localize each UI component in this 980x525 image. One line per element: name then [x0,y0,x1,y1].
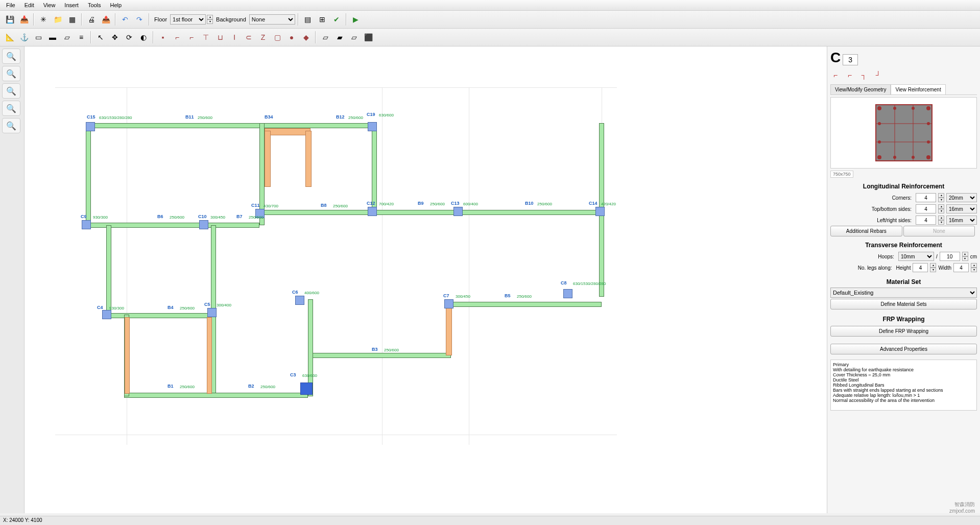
section-rect[interactable]: ▪ [156,31,170,44]
section-u[interactable]: ⊔ [213,31,227,44]
column-c13[interactable] [453,207,463,216]
column-c10[interactable] [199,220,208,229]
import-button[interactable]: 📥 [17,13,31,26]
export-button[interactable]: 📤 [99,13,112,26]
grid-button[interactable]: ▦ [65,13,79,26]
column-c12[interactable] [368,207,377,216]
mirror-button[interactable]: ◐ [137,31,150,44]
hoops-dia-select[interactable]: 10mm [898,252,934,261]
undo-button[interactable]: ↶ [118,13,132,26]
hoops-spacing-input[interactable] [940,252,960,261]
section-shape-2-icon[interactable]: ⌐ [845,70,855,80]
zoom-in-button[interactable]: 🔍 [2,49,20,64]
floor-select[interactable]: 1st floor [170,14,206,25]
topbot-spinner[interactable]: ▴▾ [938,204,944,213]
beam[interactable] [308,299,313,396]
foundation-button[interactable]: ⬛ [362,31,375,44]
column-c14[interactable] [595,207,605,216]
slab1-button[interactable]: ▱ [319,31,332,44]
column-c9[interactable] [82,220,91,229]
corners-spinner[interactable]: ▴▾ [938,193,944,202]
redo-button[interactable]: ↷ [133,13,146,26]
floor-spinner[interactable]: ▴▾ [207,15,213,24]
infill[interactable] [207,317,212,394]
infill[interactable] [265,128,310,135]
column-c6[interactable] [295,296,304,305]
define-material-button[interactable]: Define Material Sets [830,299,977,309]
zoom-window-button[interactable]: 🔍 [2,83,20,99]
drawing-canvas[interactable]: C15630/1530/280/280B11250/600B34B12250/6… [25,46,827,513]
infill[interactable] [305,131,312,187]
material-select[interactable]: Default_Existing [830,288,977,298]
beam[interactable] [448,302,602,307]
section-i[interactable]: Ⅰ [228,31,241,44]
beam[interactable] [86,223,259,228]
topbot-input[interactable] [916,204,936,213]
snap-button[interactable]: ⊞ [316,13,329,26]
topbot-dia-select[interactable]: 16mm [946,204,977,213]
define-frp-button[interactable]: Define FRP Wrapping [830,326,977,337]
slab3-button[interactable]: ▱ [347,31,361,44]
dwg-button[interactable]: 📐 [3,31,16,44]
beam[interactable] [259,210,602,215]
infill[interactable] [446,304,452,355]
slab2-button[interactable]: ▰ [333,31,346,44]
section-shape-1-icon[interactable]: ⌐ [830,70,841,80]
section-shape-3-icon[interactable]: ┐ [859,70,869,80]
column-number-input[interactable] [843,54,858,65]
leftright-input[interactable] [916,216,936,225]
section-round[interactable]: ● [285,31,298,44]
new-button[interactable]: ✳ [37,13,50,26]
corners-dia-select[interactable]: 20mm [946,193,977,202]
beam[interactable] [106,313,213,318]
advanced-properties-button[interactable]: Advanced Properties [830,344,977,354]
leftright-spinner[interactable]: ▴▾ [938,216,944,225]
infill[interactable] [265,131,271,187]
beam[interactable] [106,225,111,317]
infill[interactable] [125,317,130,394]
select-button[interactable]: ↖ [94,31,107,44]
corners-input[interactable] [916,193,936,202]
check-button[interactable]: ✔ [330,13,343,26]
column-c7[interactable] [444,299,453,308]
menu-tools[interactable]: Tools [84,1,105,9]
beam[interactable] [372,123,377,210]
wall-button[interactable]: ▬ [46,31,59,44]
section-z[interactable]: Z [256,31,270,44]
frame-button[interactable]: ▭ [32,31,45,44]
section-l2[interactable]: ⌐ [185,31,198,44]
stair-button[interactable]: ≡ [75,31,88,44]
column-c4[interactable] [102,310,111,319]
hoops-spinner[interactable]: ▴▾ [962,252,968,261]
legs-width-spinner[interactable]: ▴▾ [971,263,977,272]
column-c5[interactable] [207,308,217,317]
open-button[interactable]: 📁 [51,13,64,26]
beam[interactable] [91,123,372,128]
column-c8[interactable] [563,289,572,298]
rotate-button[interactable]: ⟳ [123,31,136,44]
layers-button[interactable]: ▤ [301,13,315,26]
tab-reinforcement[interactable]: View Reinforcement [891,84,945,94]
zoom-out-button[interactable]: 🔍 [2,66,20,81]
section-custom[interactable]: ◆ [299,31,313,44]
save-button[interactable]: 💾 [3,13,16,26]
leftright-dia-select[interactable]: 16mm [946,216,977,225]
anchor-button[interactable]: ⚓ [17,31,31,44]
column-c3-selected[interactable] [300,383,313,395]
tab-geometry[interactable]: View/Modify Geometry [830,84,891,94]
section-t[interactable]: ⊤ [199,31,212,44]
section-shape-4-icon[interactable]: ┘ [873,70,883,80]
zoom-extents-button[interactable]: 🔍 [2,101,20,116]
menu-view[interactable]: View [39,1,60,9]
move-button[interactable]: ✥ [108,31,122,44]
background-select[interactable]: None [249,14,295,25]
menu-insert[interactable]: Insert [60,1,83,9]
column-c19[interactable] [368,122,377,131]
slab-button[interactable]: ▱ [60,31,74,44]
beam[interactable] [124,393,308,398]
additional-rebars-button[interactable]: Additional Rebars [830,226,902,236]
run-button[interactable]: ▶ [349,13,363,26]
legs-width-input[interactable] [953,263,969,272]
column-c15[interactable] [86,122,95,131]
beam[interactable] [308,353,451,358]
